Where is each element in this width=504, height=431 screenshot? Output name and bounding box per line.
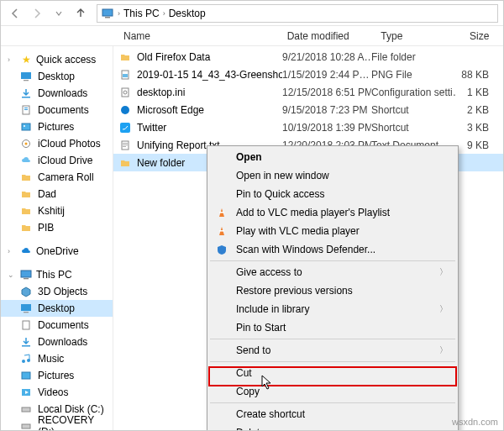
downloads-icon — [19, 335, 33, 349]
3d-icon — [19, 285, 33, 298]
svg-rect-12 — [21, 271, 31, 277]
sidebar-item-camera-roll[interactable]: Camera Roll — [1, 169, 113, 186]
chevron-right-icon: › — [8, 55, 16, 64]
svg-rect-28 — [122, 88, 129, 97]
svg-rect-0 — [102, 9, 113, 16]
svg-rect-1 — [105, 17, 110, 18]
svg-rect-2 — [21, 72, 31, 79]
sidebar-item-pib[interactable]: PIB — [1, 219, 113, 236]
recent-dropdown[interactable] — [50, 4, 68, 23]
up-button[interactable] — [71, 4, 90, 23]
sidebar-label: Quick access — [36, 54, 96, 66]
ctx-restore-versions[interactable]: Restore previous versions — [209, 281, 456, 300]
sidebar-item-videos[interactable]: Videos — [1, 384, 113, 401]
chevron-right-icon: › — [163, 9, 165, 18]
sidebar-item-pictures[interactable]: Pictures — [1, 118, 113, 135]
svg-rect-23 — [22, 424, 30, 428]
sidebar-item-desktop[interactable]: Desktop — [1, 300, 113, 317]
svg-point-18 — [22, 360, 25, 363]
ctx-open[interactable]: Open — [209, 148, 456, 166]
desktop-icon — [19, 70, 33, 83]
sidebar-item-recovery-d[interactable]: RECOVERY (D:) — [1, 418, 113, 430]
col-name[interactable]: Name — [118, 30, 282, 42]
file-row[interactable]: 2019-01-15 14_43_43-Greenshot.png 1/15/2… — [113, 66, 503, 83]
file-row[interactable]: desktop.ini 12/15/2018 6:51 PM Configura… — [113, 83, 503, 101]
drive-icon — [19, 402, 33, 416]
svg-rect-8 — [22, 124, 30, 130]
sidebar-item-icloud-photos[interactable]: iCloud Photos — [1, 135, 113, 152]
folder-icon — [118, 156, 132, 170]
sidebar-quick-access[interactable]: › ★ Quick access — [1, 51, 113, 68]
file-row[interactable]: Old Firefox Data 9/21/2018 10:28 A… File… — [113, 48, 503, 66]
ctx-pin-start[interactable]: Pin to Start — [209, 318, 456, 337]
sidebar-item-3d-objects[interactable]: 3D Objects — [1, 283, 113, 300]
ctx-copy[interactable]: Copy — [209, 382, 456, 401]
breadcrumb[interactable]: › This PC › Desktop — [97, 4, 498, 23]
ctx-vlc-add[interactable]: Add to VLC media player's Playlist — [209, 203, 456, 222]
chevron-right-icon: › — [118, 9, 120, 18]
sidebar-item-documents[interactable]: Documents — [1, 317, 113, 334]
svg-rect-7 — [24, 109, 28, 110]
ctx-send-to[interactable]: Send to〉 — [209, 341, 456, 360]
sidebar-item-kshitij[interactable]: Kshitij — [1, 202, 113, 219]
ctx-delete[interactable]: Delete — [209, 423, 456, 431]
svg-rect-17 — [22, 345, 30, 347]
ctx-include-library[interactable]: Include in library〉 — [209, 300, 456, 318]
edge-icon — [118, 103, 132, 117]
breadcrumb-current[interactable]: Desktop — [169, 8, 206, 19]
ctx-pin-quick-access[interactable]: Pin to Quick access — [209, 185, 456, 203]
icloud-drive-icon — [19, 154, 33, 167]
sidebar-item-downloads[interactable]: Downloads — [1, 85, 113, 102]
chevron-right-icon: 〉 — [439, 344, 448, 356]
folder-icon — [118, 50, 132, 64]
sidebar-item-documents[interactable]: Documents — [1, 102, 113, 118]
ctx-vlc-play[interactable]: Play with VLC media player — [209, 222, 456, 240]
col-type[interactable]: Type — [381, 30, 465, 42]
ctx-open-new-window[interactable]: Open in new window — [209, 166, 456, 185]
documents-icon — [19, 318, 33, 332]
text-file-icon — [118, 139, 132, 152]
svg-rect-34 — [123, 145, 128, 145]
star-icon: ★ — [19, 53, 33, 66]
svg-point-19 — [27, 359, 30, 362]
ctx-create-shortcut[interactable]: Create shortcut — [209, 405, 456, 423]
sidebar-item-dad[interactable]: Dad — [1, 186, 113, 202]
breadcrumb-root[interactable]: This PC — [123, 8, 160, 19]
pc-icon — [101, 7, 114, 20]
separator — [210, 402, 455, 403]
sidebar-onedrive[interactable]: › OneDrive — [1, 243, 113, 260]
back-button[interactable] — [6, 4, 24, 23]
col-size[interactable]: Size — [470, 30, 503, 42]
folder-icon — [19, 204, 33, 218]
forward-button[interactable] — [28, 4, 46, 23]
ctx-cut[interactable]: Cut — [209, 364, 456, 382]
svg-rect-13 — [24, 278, 29, 279]
svg-rect-27 — [123, 74, 128, 77]
sidebar-item-desktop[interactable]: Desktop — [1, 68, 113, 85]
file-row[interactable]: Microsoft Edge 9/15/2018 7:23 PM Shortcu… — [113, 101, 503, 118]
chevron-right-icon: › — [8, 247, 16, 255]
icloud-photos-icon — [19, 137, 33, 150]
sidebar-this-pc[interactable]: ⌄ This PC — [1, 266, 113, 283]
pc-icon — [19, 268, 33, 281]
sidebar-item-downloads[interactable]: Downloads — [1, 334, 113, 350]
svg-rect-14 — [21, 304, 31, 311]
folder-icon — [19, 171, 33, 184]
downloads-icon — [19, 87, 33, 100]
file-row[interactable]: Twitter 10/19/2018 1:39 PM Shortcut 3 KB — [113, 118, 503, 136]
videos-icon — [19, 386, 33, 399]
separator — [210, 339, 455, 339]
svg-rect-3 — [24, 80, 29, 81]
chevron-right-icon: 〉 — [439, 266, 448, 278]
svg-rect-15 — [24, 312, 29, 313]
svg-rect-37 — [219, 230, 224, 232]
ctx-give-access[interactable]: Give access to〉 — [209, 263, 456, 281]
sidebar-item-icloud-drive[interactable]: iCloud Drive — [1, 152, 113, 169]
image-file-icon — [118, 68, 132, 81]
sidebar-item-pictures[interactable]: Pictures — [1, 367, 113, 384]
ctx-defender[interactable]: Scan with Windows Defender... — [209, 240, 456, 259]
sidebar-item-music[interactable]: Music — [1, 350, 113, 367]
col-date[interactable]: Date modified — [287, 30, 376, 42]
vlc-icon — [214, 205, 229, 220]
svg-rect-4 — [22, 97, 30, 98]
